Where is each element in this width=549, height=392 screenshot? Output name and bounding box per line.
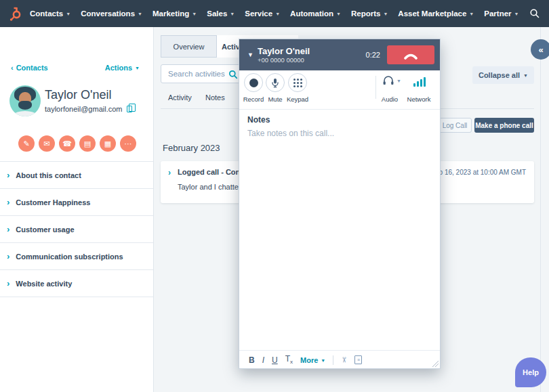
section-customer-usage[interactable]: › Customer usage xyxy=(0,216,153,243)
hang-up-button[interactable] xyxy=(387,45,434,64)
more-icon: ⋯ xyxy=(125,139,132,148)
nav-item-label: Automation xyxy=(290,9,333,18)
email-icon: ✉ xyxy=(43,139,49,148)
caret-down-icon: ▼ xyxy=(523,73,528,78)
mute-button[interactable] xyxy=(266,73,285,92)
audio-device-button[interactable] xyxy=(382,75,394,89)
chevron-right-icon[interactable]: › xyxy=(168,168,171,177)
microphone-icon xyxy=(271,78,279,88)
nav-item-reports[interactable]: Reports▼ xyxy=(351,9,388,18)
section-customer-happiness[interactable]: › Customer Happiness xyxy=(0,189,153,216)
nav-item-label: Partner xyxy=(484,9,511,18)
more-actions-button[interactable]: ⋯ xyxy=(120,135,136,152)
caret-down-icon: ▼ xyxy=(336,12,341,16)
email-button[interactable]: ✉ xyxy=(39,135,55,152)
caret-down-icon: ▼ xyxy=(138,12,142,16)
call-contact-block: Taylor O'neil +00 0000 00000 xyxy=(258,46,310,64)
note-icon: ✎ xyxy=(23,139,29,148)
back-link-label: Contacts xyxy=(16,64,48,72)
call-icon: ☎ xyxy=(62,139,72,148)
section-label: About this contact xyxy=(16,171,81,179)
hubspot-logo-icon[interactable] xyxy=(8,5,23,22)
actions-label: Actions xyxy=(105,64,132,72)
keypad-label: Keypad xyxy=(284,95,311,103)
keypad-button[interactable] xyxy=(288,73,307,92)
network-label: Network xyxy=(403,95,435,103)
copy-icon[interactable] xyxy=(127,106,132,112)
actions-dropdown[interactable]: Actions ▼ xyxy=(105,64,140,72)
collapse-right-panel-button[interactable]: « xyxy=(531,39,549,60)
keypad-icon xyxy=(293,79,296,81)
tab-overview[interactable]: Overview xyxy=(161,35,217,58)
help-button[interactable]: Help xyxy=(515,357,546,387)
nav-item-conversations[interactable]: Conversations▼ xyxy=(81,9,142,18)
search-activities-input[interactable]: Search activities xyxy=(161,64,242,83)
resize-handle[interactable] xyxy=(432,361,439,367)
subtab-activity[interactable]: Activity xyxy=(168,93,192,102)
underline-button[interactable]: U xyxy=(272,355,278,365)
hang-up-phone-icon xyxy=(402,51,420,60)
nav-item-partner[interactable]: Partner▼ xyxy=(484,9,518,18)
call-contact-name: Taylor O'neil xyxy=(258,46,310,57)
contact-name: Taylor O'neil xyxy=(45,88,111,102)
caret-down-icon: ▼ xyxy=(469,12,474,16)
section-label: Website activity xyxy=(16,280,72,288)
call-timer: 0:22 xyxy=(366,51,380,59)
nav-item-marketing[interactable]: Marketing▼ xyxy=(152,9,197,18)
right-panel-edge xyxy=(540,27,541,392)
nav-item-label: Conversations xyxy=(81,9,135,18)
nav-item-contacts[interactable]: Contacts▼ xyxy=(30,9,70,18)
make-phone-call-button[interactable]: Make a phone call xyxy=(474,118,534,133)
nav-item-label: Asset Marketplace xyxy=(398,9,466,18)
nav-item-label: Service xyxy=(245,9,272,18)
contact-email-row: taylorfoneil@gmail.com xyxy=(45,105,132,113)
search-icon[interactable] xyxy=(228,70,238,82)
meeting-button[interactable]: ▦ xyxy=(100,135,116,152)
clear-formatting-t: T xyxy=(285,354,290,364)
controls-bottom-border xyxy=(239,109,440,110)
italic-button[interactable]: I xyxy=(262,355,264,365)
timeline-month-header: February 2023 xyxy=(163,143,220,153)
nav-item-automation[interactable]: Automation▼ xyxy=(290,9,341,18)
log-call-button[interactable]: Log Call xyxy=(438,118,472,133)
template-icon[interactable]: ≡ xyxy=(354,355,362,364)
quick-actions-row: ✎ ✉ ☎ ▤ ▦ ⋯ xyxy=(18,135,136,152)
clear-formatting-button[interactable]: Tx xyxy=(285,354,293,365)
section-label: Customer Happiness xyxy=(16,198,90,206)
nav-item-service[interactable]: Service▼ xyxy=(245,9,280,18)
chevron-right-icon: › xyxy=(7,171,9,179)
avatar-beard xyxy=(18,101,32,110)
caret-down-icon: ▼ xyxy=(66,12,70,16)
minimize-call-icon[interactable]: ▼ xyxy=(247,51,253,58)
nav-item-label: Contacts xyxy=(30,9,63,18)
sidebar-accordion: › About this contact › Customer Happines… xyxy=(0,161,153,297)
snippet-icon[interactable]: ✂ xyxy=(340,357,348,363)
back-to-contacts-link[interactable]: ‹ Contacts xyxy=(11,64,48,72)
nav-item-label: Sales xyxy=(207,9,227,18)
section-website-activity[interactable]: › Website activity xyxy=(0,270,153,297)
caret-down-icon: ▼ xyxy=(383,12,388,16)
chevron-left-icon: ‹ xyxy=(11,64,14,72)
nav-right-icons: ▼ xyxy=(529,6,549,21)
bold-button[interactable]: B xyxy=(249,355,255,365)
notes-textarea[interactable]: Take notes on this call... xyxy=(247,129,334,138)
caret-down-icon[interactable]: ▼ xyxy=(396,79,401,83)
section-communication-subscriptions[interactable]: › Communication subscriptions xyxy=(0,243,153,270)
contact-avatar xyxy=(9,85,41,116)
task-button[interactable]: ▤ xyxy=(79,135,96,152)
nav-item-asset-marketplace[interactable]: Asset Marketplace▼ xyxy=(398,9,474,18)
nav-item-label: Reports xyxy=(351,9,380,18)
network-quality-icon[interactable] xyxy=(413,77,426,87)
mute-label: Mute xyxy=(266,95,284,103)
subtab-notes[interactable]: Notes xyxy=(205,93,225,102)
call-button[interactable]: ☎ xyxy=(59,135,75,152)
section-about-this-contact[interactable]: › About this contact xyxy=(0,162,153,189)
search-icon[interactable] xyxy=(529,8,540,20)
collapse-all-button[interactable]: Collapse all ▼ xyxy=(472,66,534,84)
meeting-icon: ▦ xyxy=(104,139,111,148)
record-button[interactable] xyxy=(244,73,263,92)
note-button[interactable]: ✎ xyxy=(18,135,35,152)
more-formatting-button[interactable]: More ▼ xyxy=(300,356,325,364)
caret-down-icon: ▼ xyxy=(135,66,140,70)
nav-item-sales[interactable]: Sales▼ xyxy=(207,9,235,18)
